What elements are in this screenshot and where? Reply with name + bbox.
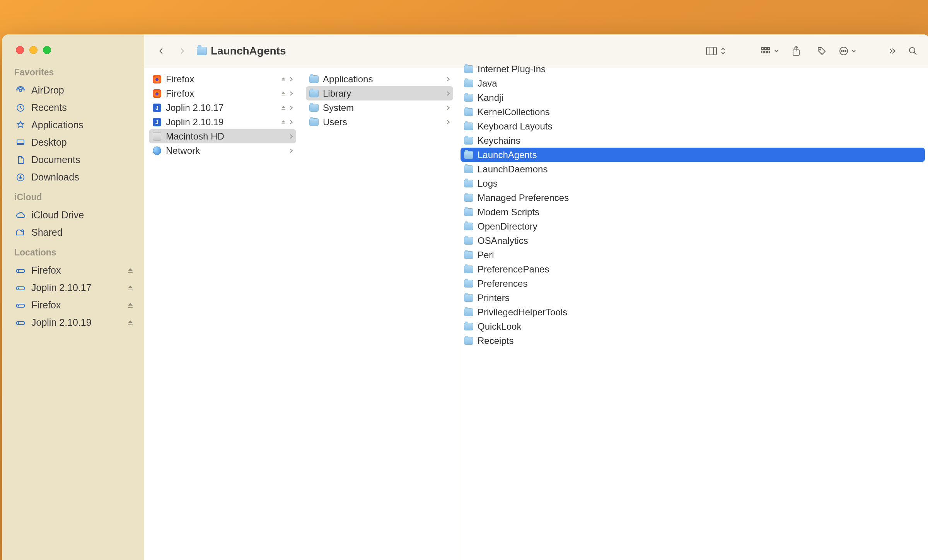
column-item-library[interactable]: Library — [306, 86, 453, 100]
column-item-label: Keyboard Layouts — [478, 121, 552, 132]
folder-icon — [464, 64, 474, 74]
column-item[interactable]: Keyboard Layouts — [461, 119, 925, 133]
group-by-button[interactable] — [761, 43, 779, 60]
column-item[interactable]: Modem Scripts — [461, 205, 925, 219]
folder-icon — [464, 93, 474, 103]
folder-icon — [464, 136, 474, 146]
column-item-label: LaunchAgents — [478, 150, 537, 160]
sidebar-item-shared[interactable]: Shared — [13, 224, 136, 241]
column-item[interactable]: Printers — [461, 291, 925, 305]
folder-icon — [464, 236, 474, 246]
eject-icon[interactable] — [127, 319, 134, 326]
cloud-icon — [15, 210, 26, 221]
view-columns-button[interactable] — [706, 43, 726, 60]
column-item[interactable]: KernelCollections — [461, 105, 925, 119]
column-item[interactable]: Internet Plug-Ins — [461, 62, 925, 76]
column-item[interactable]: Users — [306, 115, 453, 129]
svg-point-8 — [18, 288, 19, 289]
column-item[interactable]: Applications — [306, 72, 453, 86]
sidebar-item-joplin-17[interactable]: Joplin 2.10.17 — [13, 279, 136, 296]
column-item[interactable]: System — [306, 100, 453, 115]
column-item[interactable]: J Joplin 2.10.19 — [149, 115, 296, 129]
column-item[interactable]: Firefox — [149, 86, 296, 100]
nav-forward-button[interactable] — [174, 43, 191, 60]
eject-icon[interactable] — [281, 91, 286, 96]
search-button[interactable] — [904, 43, 921, 60]
sidebar-item-applications[interactable]: Applications — [13, 116, 136, 134]
tags-button[interactable] — [813, 43, 830, 60]
column-item[interactable]: Keychains — [461, 133, 925, 148]
column-item-label: Users — [323, 117, 347, 128]
close-button[interactable] — [16, 46, 24, 54]
sidebar-item-label: Shared — [31, 227, 63, 238]
chevron-right-icon — [446, 91, 450, 96]
applications-icon — [15, 120, 26, 131]
column-item-label: Printers — [478, 293, 510, 303]
column-item-launchagents[interactable]: LaunchAgents — [461, 148, 925, 162]
sidebar-item-label: Desktop — [31, 137, 67, 148]
nav-back-button[interactable] — [153, 43, 170, 60]
eject-icon[interactable] — [281, 105, 286, 111]
column-item-macintosh-hd[interactable]: Macintosh HD — [149, 129, 296, 143]
column-view: Firefox Firefox J Joplin 2.10.17 — [144, 68, 928, 560]
column-item-label: Macintosh HD — [166, 131, 224, 142]
sidebar-item-documents[interactable]: Documents — [13, 151, 136, 169]
sidebar-item-icloud-drive[interactable]: iCloud Drive — [13, 206, 136, 224]
folder-icon — [464, 250, 474, 260]
folder-icon — [464, 279, 474, 289]
column-item-label: Keychains — [478, 135, 520, 146]
eject-icon[interactable] — [127, 302, 134, 309]
finder-window: Favorites AirDrop Recents Applications D… — [2, 34, 928, 560]
sidebar-item-downloads[interactable]: Downloads — [13, 169, 136, 186]
more-actions-button[interactable] — [839, 43, 856, 60]
column-item-label: Joplin 2.10.19 — [166, 117, 223, 128]
eject-icon[interactable] — [127, 267, 134, 274]
column-item[interactable]: QuickLook — [461, 319, 925, 334]
column-item[interactable]: LaunchDaemons — [461, 162, 925, 176]
sidebar-item-label: iCloud Drive — [31, 209, 84, 221]
window-title-text: LaunchAgents — [211, 45, 286, 57]
folder-icon — [464, 121, 474, 131]
column-item[interactable]: Logs — [461, 176, 925, 191]
folder-icon — [309, 74, 319, 84]
sidebar-item-firefox-1[interactable]: Firefox — [13, 262, 136, 279]
column-item[interactable]: OSAnalytics — [461, 233, 925, 248]
column-item[interactable]: PrivilegedHelperTools — [461, 305, 925, 319]
sidebar-item-recents[interactable]: Recents — [13, 99, 136, 116]
column-item[interactable]: PreferencePanes — [461, 262, 925, 276]
sidebar-item-desktop[interactable]: Desktop — [13, 134, 136, 151]
svg-point-27 — [845, 51, 846, 51]
chevron-right-icon — [446, 105, 450, 111]
eject-icon[interactable] — [281, 119, 286, 125]
column-item[interactable]: Kandji — [461, 90, 925, 105]
eject-icon[interactable] — [281, 77, 286, 82]
minimize-button[interactable] — [29, 46, 38, 54]
folder-icon — [309, 103, 319, 113]
column-item[interactable]: Firefox — [149, 72, 296, 86]
column-item-label: Applications — [323, 74, 373, 85]
svg-point-4 — [22, 230, 24, 231]
sidebar-item-firefox-2[interactable]: Firefox — [13, 296, 136, 314]
drive-icon — [15, 317, 26, 328]
sidebar-item-joplin-19[interactable]: Joplin 2.10.19 — [13, 314, 136, 331]
column-item[interactable]: OpenDirectory — [461, 219, 925, 233]
column-item-label: System — [323, 102, 354, 113]
app-firefox-icon — [152, 89, 162, 99]
column-item[interactable]: Perl — [461, 248, 925, 262]
svg-point-25 — [841, 51, 842, 51]
column-item[interactable]: Network — [149, 143, 296, 158]
column-item[interactable]: Managed Preferences — [461, 191, 925, 205]
chevron-right-icon — [446, 77, 450, 82]
column-item[interactable]: Java — [461, 76, 925, 90]
overflow-button[interactable] — [884, 43, 901, 60]
sidebar-item-airdrop[interactable]: AirDrop — [13, 82, 136, 99]
column-item[interactable]: Preferences — [461, 276, 925, 291]
eject-icon[interactable] — [127, 284, 134, 291]
disk-icon — [152, 131, 162, 141]
chevron-right-icon — [289, 134, 293, 139]
window-controls — [16, 46, 136, 54]
column-item[interactable]: Receipts — [461, 334, 925, 348]
zoom-button[interactable] — [43, 46, 51, 54]
column-item[interactable]: J Joplin 2.10.17 — [149, 100, 296, 115]
share-button[interactable] — [788, 43, 805, 60]
